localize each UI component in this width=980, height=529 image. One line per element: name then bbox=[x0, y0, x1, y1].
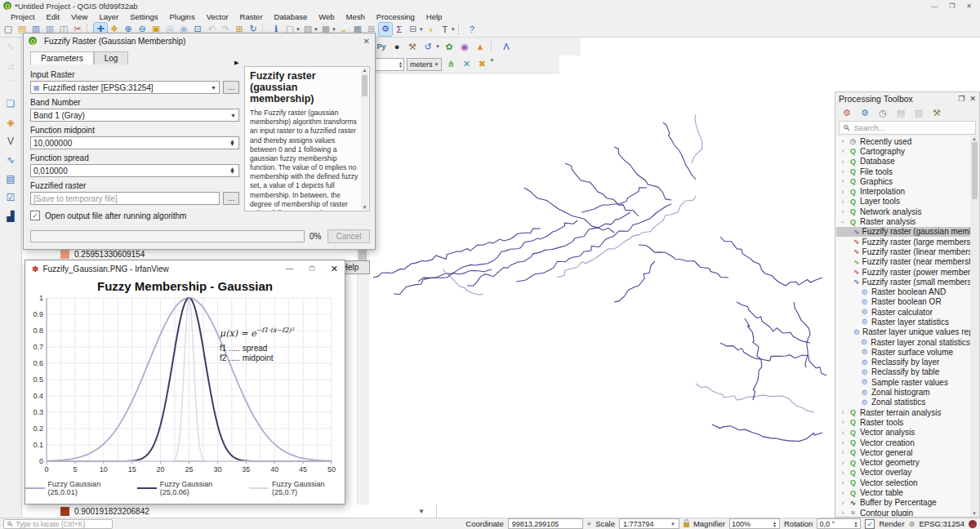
toolbox-results-viewer-icon[interactable]: ▤ bbox=[894, 106, 907, 119]
toolbox-item-vector-analysis[interactable]: ›QVector analysis bbox=[836, 428, 970, 438]
float-panel-icon[interactable]: ❐ bbox=[958, 95, 964, 103]
chevron-down-icon[interactable]: ▼ bbox=[418, 508, 425, 515]
toolbox-item-vector-overlay[interactable]: ›QVector overlay bbox=[836, 468, 970, 478]
toolbox-item-layer-tools[interactable]: ›QLayer tools bbox=[836, 197, 970, 207]
project-new-icon[interactable]: ▢ bbox=[2, 23, 15, 36]
plugin-manager-icon[interactable]: ✿ bbox=[443, 40, 456, 53]
menu-view[interactable]: View bbox=[65, 12, 93, 21]
toolbox-item-fuzzify-raster-gaussian-membership-[interactable]: ∿Fuzzify raster (gaussian membership) bbox=[836, 227, 970, 237]
vertex-tool-a-icon[interactable]: ⋔ bbox=[444, 58, 457, 71]
toolbox-item-raster-calculator[interactable]: ⚙Raster calculator bbox=[836, 307, 970, 317]
restore-icon[interactable]: ❐ bbox=[949, 2, 955, 10]
toolbox-search-input[interactable]: 🔍︎ Search… bbox=[839, 121, 976, 135]
tree-expander-icon[interactable]: › bbox=[840, 429, 846, 437]
dialog-titlebar[interactable]: Q Fuzzify Raster (Gaussian Membership) ✕ bbox=[24, 33, 375, 48]
menu-project[interactable]: Project bbox=[5, 12, 41, 21]
chevron-down-icon[interactable]: ▼ bbox=[296, 27, 301, 32]
cancel-button[interactable]: Cancel bbox=[327, 229, 370, 243]
toolbox-item-raster-boolean-and[interactable]: ⚙Raster boolean AND bbox=[836, 287, 970, 296]
menu-edit[interactable]: Edit bbox=[41, 12, 65, 21]
menu-plugins[interactable]: Plugins bbox=[163, 12, 200, 21]
spinner-arrows-icon[interactable]: ▲▼ bbox=[229, 167, 236, 174]
tree-expander-icon[interactable]: › bbox=[840, 137, 846, 145]
add-virtual-layer-icon[interactable]: ☑ bbox=[4, 191, 17, 204]
toolbox-item-zonal-histogram[interactable]: ⚙Zonal histogram bbox=[836, 387, 970, 397]
menu-mesh[interactable]: Mesh bbox=[341, 12, 371, 21]
customization-icon[interactable]: ⚒ bbox=[406, 40, 419, 53]
input-raster-combo[interactable]: ▦ Fuzzified raster [EPSG:31254] ▼ bbox=[30, 81, 220, 94]
menu-database[interactable]: Database bbox=[269, 12, 314, 21]
tree-expander-icon[interactable]: › bbox=[840, 469, 846, 477]
units-combo[interactable]: meters ▼ bbox=[407, 58, 442, 71]
georeferencer-icon[interactable]: ▲ bbox=[474, 40, 487, 53]
input-raster-browse-button[interactable]: … bbox=[223, 81, 239, 94]
tree-expander-icon[interactable]: › bbox=[840, 489, 846, 497]
digitize-pen-icon[interactable]: ✎ bbox=[4, 41, 17, 54]
toolbox-item-raster-analysis[interactable]: ›QRaster analysis bbox=[836, 216, 970, 226]
coordinate-input[interactable]: 99813,299105 bbox=[508, 518, 583, 529]
tree-expander-icon[interactable]: › bbox=[840, 188, 846, 196]
add-postgis-layer-icon[interactable]: ∿ bbox=[4, 153, 17, 167]
crs-globe-icon[interactable]: ⊛ bbox=[909, 519, 915, 528]
scroll-down-icon[interactable]: ▼ bbox=[363, 205, 368, 210]
tree-expander-icon[interactable]: › bbox=[840, 177, 846, 185]
minimize-icon[interactable]: — bbox=[286, 264, 293, 273]
add-raster-layer-icon[interactable]: ◈ bbox=[4, 116, 17, 129]
toolbox-item-raster-boolean-or[interactable]: ⚙Raster boolean OR bbox=[836, 297, 970, 307]
toolbox-item-raster-terrain-analysis[interactable]: ›QRaster terrain analysis bbox=[836, 407, 970, 417]
debug-profile-icon[interactable]: ● bbox=[390, 40, 403, 53]
vertex-tool-c-icon[interactable]: ✖ bbox=[475, 58, 488, 71]
tree-expander-icon[interactable]: › bbox=[840, 158, 846, 166]
statistics-panel-icon[interactable]: Σ bbox=[393, 23, 406, 36]
chevron-down-icon[interactable]: ▼ bbox=[489, 58, 494, 71]
toolbox-item-raster-surface-volume[interactable]: ⚙Raster surface volume bbox=[836, 347, 970, 357]
locator-input[interactable]: 🔍︎ Type to locate (Ctrl+K) bbox=[3, 519, 113, 529]
layer-legend-row-bottom[interactable]: 0.900191823206842 ▼ bbox=[23, 505, 437, 518]
tree-expander-icon[interactable]: › bbox=[840, 147, 846, 155]
menu-vector[interactable]: Vector bbox=[201, 12, 234, 21]
help-collapse-icon[interactable]: ▶ bbox=[234, 60, 238, 66]
open-output-checkbox[interactable]: ✓ bbox=[30, 211, 40, 220]
close-icon[interactable]: ✕ bbox=[331, 264, 338, 274]
output-browse-button[interactable]: … bbox=[223, 192, 239, 205]
band-number-combo[interactable]: Band 1 (Gray) ▼ bbox=[30, 109, 239, 122]
tree-expander-icon[interactable]: › bbox=[840, 418, 846, 426]
toolbox-item-fuzzify-raster-power-membership-[interactable]: ∿Fuzzify raster (power membership) bbox=[836, 267, 970, 277]
tree-expander-icon[interactable]: › bbox=[840, 448, 846, 456]
toolbox-item-fuzzify-raster-linear-membership-[interactable]: ∿Fuzzify raster (linear membership) bbox=[836, 247, 970, 256]
toolbox-item-fuzzify-raster-large-membership-[interactable]: ∿Fuzzify raster (large membership) bbox=[836, 237, 970, 247]
chevron-down-icon[interactable]: ▼ bbox=[332, 27, 336, 32]
toolbox-item-file-tools[interactable]: ›QFile tools bbox=[836, 167, 970, 176]
scroll-up-icon[interactable]: ▲ bbox=[363, 68, 368, 73]
toolbox-item-fuzzify-raster-near-membership-[interactable]: ∿Fuzzify raster (near membership) bbox=[836, 257, 970, 267]
map-tip-bubble-icon[interactable]: ◗ bbox=[425, 23, 438, 36]
toolbox-item-vector-selection[interactable]: ›QVector selection bbox=[836, 478, 970, 487]
tree-expander-icon[interactable]: › bbox=[840, 438, 846, 447]
minimize-icon[interactable]: — bbox=[931, 2, 938, 10]
toolbox-item-graphics[interactable]: ›QGraphics bbox=[836, 176, 970, 186]
close-icon[interactable]: ✕ bbox=[966, 2, 972, 10]
toolbox-item-raster-tools[interactable]: ›QRaster tools bbox=[836, 417, 970, 427]
toolbox-item-buffer-by-percentage[interactable]: ›∿Buffer by Percentage bbox=[836, 498, 970, 508]
spinner-arrows-icon[interactable]: ▲▼ bbox=[853, 521, 858, 527]
snapping-tolerance-spinner[interactable]: ▲▼ bbox=[375, 58, 404, 71]
help-scrollbar[interactable]: ▲ ▼ bbox=[361, 68, 368, 210]
toolbox-item-reclassify-by-layer[interactable]: ⚙Reclassify by layer bbox=[836, 358, 970, 367]
tree-expander-icon[interactable]: › bbox=[839, 219, 847, 225]
toolbox-item-contour-plugin[interactable]: ›≈Contour plugin bbox=[836, 508, 970, 516]
tree-expander-icon[interactable]: › bbox=[840, 167, 846, 176]
tree-expander-icon[interactable]: › bbox=[840, 499, 846, 507]
scroll-up-icon[interactable]: ▲ bbox=[972, 136, 977, 141]
toolbox-item-interpolation[interactable]: ›QInterpolation bbox=[836, 186, 970, 196]
chevron-down-icon[interactable]: ▼ bbox=[435, 44, 440, 49]
node-tool-icon[interactable]: ⌒ bbox=[4, 78, 17, 91]
tree-expander-icon[interactable]: › bbox=[840, 207, 846, 216]
rotation-spinner[interactable]: 0,0 ° ▲▼ bbox=[817, 518, 861, 529]
toolbox-edit-features-inplace-icon[interactable]: ▥ bbox=[912, 106, 925, 119]
processing-history-icon[interactable]: ◉ bbox=[458, 40, 471, 53]
toolbox-item-vector-table[interactable]: ›QVector table bbox=[836, 487, 970, 497]
tree-expander-icon[interactable]: › bbox=[840, 478, 846, 487]
spinner-arrows-icon[interactable]: ▲▼ bbox=[229, 140, 236, 146]
toolbox-item-zonal-statistics[interactable]: ⚙Zonal statistics bbox=[836, 398, 970, 407]
toolbox-item-recently-used[interactable]: ›◷Recently used bbox=[836, 136, 970, 146]
